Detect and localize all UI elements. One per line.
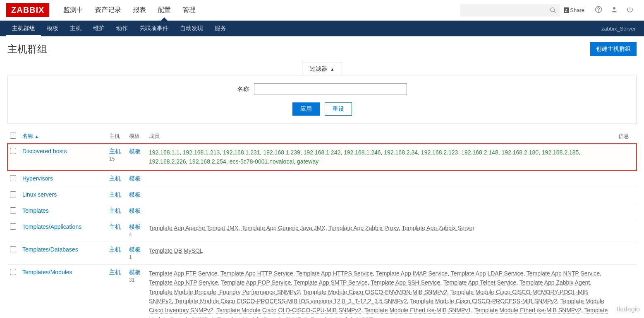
member-link[interactable]: Template Module EtherLike-MIB SNMPv2 <box>474 307 581 313</box>
filter-name-input[interactable] <box>254 83 407 95</box>
sub-nav: 主机群组模板主机维护动作关联项事件自动发现服务 zabbix_Server <box>0 21 644 36</box>
member-link[interactable]: Template Module Cisco CISCO-PROCESS-MIB … <box>410 298 557 304</box>
member-link[interactable]: 192.168.2.185 <box>542 149 579 156</box>
col-name[interactable]: 名称 ▲ <box>20 129 107 144</box>
row-checkbox[interactable] <box>10 269 16 275</box>
member-link[interactable]: Template App SMTP Service <box>294 279 368 286</box>
topnav-item[interactable]: 资产记录 <box>89 0 127 20</box>
templates-link[interactable]: 模板 <box>129 223 141 230</box>
templates-link[interactable]: 模板 <box>129 191 141 198</box>
help-icon[interactable] <box>595 6 602 14</box>
topnav-item[interactable]: 报表 <box>127 0 152 20</box>
row-checkbox[interactable] <box>10 223 16 230</box>
hosts-link[interactable]: 主机 <box>109 207 121 214</box>
member-link[interactable]: 192.168.2.254 <box>189 158 226 165</box>
subnav-item[interactable]: 服务 <box>209 21 232 36</box>
power-icon[interactable] <box>626 6 634 14</box>
member-link[interactable]: Template DB MySQL <box>149 247 203 254</box>
member-link[interactable]: Template App POP Service <box>221 279 291 286</box>
group-name-link[interactable]: Hypervisors <box>22 175 53 182</box>
member-link[interactable]: 192.168.1.231 <box>223 149 260 156</box>
member-link[interactable]: Template App HTTP Service <box>220 270 293 277</box>
member-link[interactable]: Template App Generic Java JMX <box>242 225 326 231</box>
hosts-link[interactable]: 主机 <box>109 246 121 253</box>
topnav-item[interactable]: 配置 <box>152 0 177 20</box>
member-link[interactable]: 192.168.1.1 <box>149 149 180 156</box>
group-name-link[interactable]: Discovered hosts <box>22 148 67 154</box>
member-link[interactable]: 192.168.1.213 <box>183 149 220 156</box>
member-link[interactable]: Template Module Cisco CISCO-PROCESS-MIB … <box>175 298 407 304</box>
subnav-item[interactable]: 关联项事件 <box>134 21 174 36</box>
member-link[interactable]: Template Module Brocade_Foundry Performa… <box>149 289 300 295</box>
topnav-item[interactable]: 监测中 <box>57 0 89 20</box>
member-link[interactable]: Template App NNTP Service <box>527 270 600 277</box>
global-search[interactable] <box>460 4 560 17</box>
hosts-link[interactable]: 主机 <box>109 175 121 182</box>
row-checkbox[interactable] <box>10 148 16 154</box>
subnav-item[interactable]: 主机群组 <box>6 21 41 36</box>
group-name-link[interactable]: Templates/Databases <box>22 246 78 253</box>
member-link[interactable]: Template Module Cisco CISCO-ENVMON-MIB S… <box>303 289 447 295</box>
template-count: 1 <box>129 254 132 260</box>
subnav-item[interactable]: 维护 <box>87 21 110 36</box>
member-link[interactable]: Template App FTP Service <box>149 270 217 277</box>
templates-link[interactable]: 模板 <box>129 175 141 182</box>
member-link[interactable]: Template Module Cisco OLD-CISCO-CPU-MIB … <box>216 307 361 313</box>
member-link[interactable]: Template App SSH Service <box>371 279 440 286</box>
member-link[interactable]: Template App Zabbix Proxy <box>328 225 398 231</box>
group-name-link[interactable]: Linux servers <box>22 191 57 198</box>
subnav-item[interactable]: 动作 <box>110 21 134 36</box>
member-link[interactable]: Template Module Generic SNMPv2 <box>217 316 308 318</box>
topnav-item[interactable]: 管理 <box>177 0 201 20</box>
user-icon[interactable] <box>610 6 618 14</box>
member-link[interactable]: Template App Zabbix Server <box>402 225 474 231</box>
member-link[interactable]: Template App NTP Service <box>149 279 218 286</box>
member-link[interactable]: Template App HTTPS Service <box>296 270 373 277</box>
subnav-item[interactable]: 模板 <box>41 21 64 36</box>
group-name-link[interactable]: Templates/Modules <box>22 269 72 275</box>
templates-link[interactable]: 模板 <box>129 269 141 275</box>
select-all-checkbox[interactable] <box>10 133 16 139</box>
hosts-link[interactable]: 主机 <box>109 269 121 275</box>
subnav-item[interactable]: 主机 <box>64 21 87 36</box>
member-link[interactable]: Template App Telnet Service <box>443 279 516 286</box>
share-link[interactable]: ZShare <box>564 7 584 13</box>
hosts-link[interactable]: 主机 <box>109 148 121 154</box>
member-link[interactable]: Template App LDAP Service <box>451 270 524 277</box>
row-checkbox[interactable] <box>10 246 16 252</box>
group-name-link[interactable]: Templates <box>22 207 49 214</box>
member-link[interactable]: Template App Apache Tomcat JMX <box>149 225 238 231</box>
apply-button[interactable]: 应用 <box>292 102 320 116</box>
row-checkbox[interactable] <box>10 207 16 214</box>
templates-link[interactable]: 模板 <box>129 148 141 154</box>
hosts-link[interactable]: 主机 <box>109 191 121 198</box>
table-row: Templates/Applications主机模板 4Template App… <box>7 219 637 242</box>
member-link[interactable]: 192.168.2.148 <box>461 149 498 156</box>
member-link[interactable]: gateway <box>297 158 318 165</box>
member-link[interactable]: Template Module HOST- <box>311 316 374 318</box>
member-link[interactable]: Template App Zabbix Agent <box>520 279 590 286</box>
templates-link[interactable]: 模板 <box>129 207 141 214</box>
member-link[interactable]: 192.168.2.34 <box>384 149 418 156</box>
create-hostgroup-button[interactable]: 创建主机群组 <box>590 42 637 56</box>
reset-button[interactable]: 重设 <box>325 102 352 116</box>
member-link[interactable]: 192.168.2.123 <box>421 149 458 156</box>
member-link[interactable]: 192.168.2.180 <box>501 149 539 156</box>
member-link[interactable]: 192.168.2.226 <box>149 158 186 165</box>
member-link[interactable]: Template App IMAP Service <box>376 270 448 277</box>
member-link[interactable]: ecs-5c78-0001.novalocal <box>230 158 294 165</box>
logo[interactable]: ZABBIX <box>6 3 49 17</box>
templates-link[interactable]: 模板 <box>129 246 141 253</box>
member-link[interactable]: 192.168.1.246 <box>344 149 381 156</box>
member-link[interactable]: Template Module EtherLike-MIB SNMPv1 <box>364 307 471 313</box>
row-checkbox[interactable] <box>10 175 16 181</box>
svg-point-0 <box>551 8 554 12</box>
template-count: 4 <box>129 232 132 237</box>
hosts-link[interactable]: 主机 <box>109 223 121 230</box>
group-name-link[interactable]: Templates/Applications <box>22 223 81 230</box>
member-link[interactable]: 192.168.1.239 <box>263 149 300 156</box>
member-link[interactable]: 192.168.1.242 <box>304 149 341 156</box>
filter-tab[interactable]: 过滤器 ▲ <box>302 62 342 76</box>
subnav-item[interactable]: 自动发现 <box>174 21 209 36</box>
row-checkbox[interactable] <box>10 191 16 197</box>
